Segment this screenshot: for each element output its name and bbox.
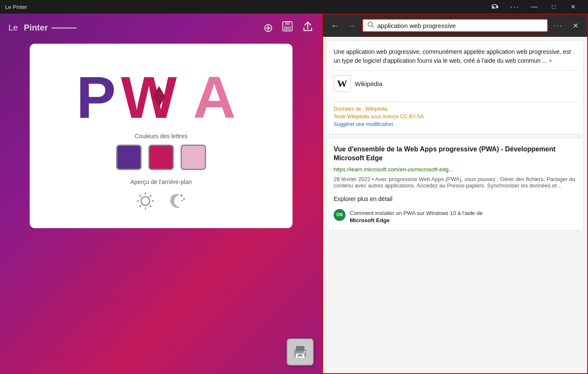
svg-point-1 [492, 8, 493, 9]
svg-line-16 [150, 205, 151, 207]
title-bar-left: Le Pinter [5, 4, 27, 10]
svg-rect-5 [284, 26, 291, 30]
svg-point-19 [181, 195, 183, 197]
search-icon [367, 21, 374, 30]
app-title-area: Le Pinter [8, 23, 77, 33]
search-header: ← → application web progressive ··· ✕ [323, 14, 587, 37]
microsoft-result-card: Vue d'ensemble de la Web Apps progressiv… [326, 138, 584, 231]
close-button[interactable]: ✕ [563, 0, 583, 14]
wiki-suggest-modification[interactable]: Suggérer une modification [334, 121, 577, 127]
wikipedia-icon: W [334, 75, 351, 92]
svg-line-18 [139, 205, 141, 207]
search-more-button[interactable]: ··· [552, 19, 565, 32]
app-title-le: Le [8, 23, 18, 33]
svg-text:A: A [193, 64, 234, 124]
search-bar[interactable]: application web progressive [362, 19, 548, 32]
pwa-card: P W A Couleurs des lettres [30, 44, 293, 228]
search-close-button[interactable]: ✕ [568, 19, 582, 32]
title-bar: Le Pinter ··· — □ ✕ [0, 0, 588, 14]
minimize-button[interactable]: — [524, 0, 544, 14]
add-icon[interactable]: ⊕ [263, 21, 273, 35]
ms-on-badge: ON [334, 209, 346, 221]
app-title-underline [51, 28, 77, 28]
print-button[interactable] [287, 338, 314, 366]
main-content: Le Pinter ⊕ [0, 14, 588, 374]
svg-point-21 [182, 200, 183, 201]
light-pink-swatch[interactable] [181, 145, 206, 170]
svg-text:W: W [121, 64, 177, 124]
ms-title: Vue d'ensemble de la Web Apps progressiv… [334, 145, 577, 163]
results-area[interactable]: Une application web progressive, communé… [323, 37, 587, 373]
wiki-footer: Données de : Wikipédia Texte Wikipédia s… [334, 101, 577, 127]
cast-button[interactable] [485, 0, 505, 14]
wiki-data-source: Données de : Wikipédia [334, 106, 577, 112]
save-icon[interactable] [281, 20, 293, 35]
svg-rect-2 [497, 6, 498, 8]
svg-text:P: P [76, 64, 114, 124]
svg-line-15 [139, 195, 141, 197]
app-header: Le Pinter ⊕ [8, 20, 314, 35]
wiki-description: Une application web progressive, communé… [334, 47, 577, 65]
bg-icons [130, 190, 192, 215]
search-query[interactable]: application web progressive [377, 22, 543, 29]
pwa-logo: P W A [72, 56, 250, 124]
back-button[interactable]: ← [328, 19, 342, 32]
svg-line-32 [372, 26, 373, 28]
wiki-more-link[interactable]: + [549, 57, 552, 64]
maximize-button[interactable]: □ [544, 0, 563, 14]
title-bar-controls: ··· — □ ✕ [485, 0, 583, 14]
ms-date: 28 février 2022 • Avec progressive Web A… [334, 176, 577, 189]
color-swatches [116, 145, 206, 170]
blue-swatch[interactable] [116, 145, 142, 170]
svg-point-20 [183, 198, 185, 200]
wiki-license: Texte Wikipédia sous licence CC-BY-SA [334, 114, 577, 120]
more-button[interactable]: ··· [505, 0, 524, 14]
svg-point-10 [141, 197, 150, 205]
ms-sublink-text: Comment installer un PWA sur Windows 10 … [350, 209, 482, 218]
app-toolbar: ⊕ [263, 20, 314, 35]
ms-sublink[interactable]: ON Comment installer un PWA sur Windows … [334, 206, 577, 224]
svg-line-17 [150, 195, 151, 197]
wikipedia-name: Wikipédia [355, 80, 382, 87]
ms-explore-label: Explorer plus en détail [334, 192, 577, 202]
colors-section: Couleurs des lettres [116, 133, 206, 170]
bg-section: Aperçu de l'arrière-plan [130, 179, 192, 215]
svg-point-31 [368, 22, 372, 26]
ms-url[interactable]: https://learn.microsoft.com/en-us/micros… [334, 166, 577, 173]
bg-label: Aperçu de l'arrière-plan [130, 179, 192, 185]
right-panel: ← → application web progressive ··· ✕ [322, 14, 588, 374]
moon-icon[interactable] [166, 190, 187, 215]
wiki-source: W Wikipédia [334, 70, 577, 96]
ms-sublink-title[interactable]: Microsoft Edge [350, 217, 482, 223]
pink-swatch[interactable] [148, 145, 174, 170]
svg-point-25 [304, 351, 305, 353]
svg-rect-4 [285, 22, 290, 25]
sun-icon[interactable] [135, 190, 156, 215]
app-title-pinter: Pinter [24, 23, 48, 33]
wikipedia-result-card: Une application web progressive, communé… [326, 40, 584, 134]
left-panel: Le Pinter ⊕ [0, 14, 322, 374]
share-icon[interactable] [302, 20, 314, 35]
svg-rect-23 [296, 346, 304, 351]
forward-button[interactable]: → [345, 19, 359, 32]
colors-label: Couleurs des lettres [116, 133, 206, 140]
app-name: Le Pinter [5, 4, 27, 10]
